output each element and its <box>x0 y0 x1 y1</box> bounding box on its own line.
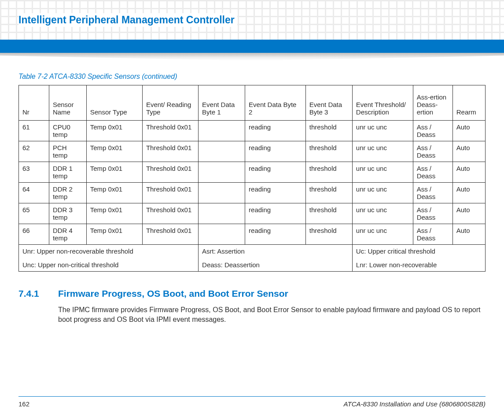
cell-type: Temp 0x01 <box>86 162 142 183</box>
cell-desc: unr uc unc <box>352 203 413 224</box>
th-byte3: Event Data Byte 3 <box>305 85 352 121</box>
th-assertion: Ass-ertion Deass-ertion <box>413 85 452 121</box>
cell-nr: 62 <box>19 141 49 162</box>
cell-type: Temp 0x01 <box>86 224 142 245</box>
cell-ert: Threshold 0x01 <box>142 203 198 224</box>
cell-ert: Threshold 0x01 <box>142 141 198 162</box>
th-byte2: Event Data Byte 2 <box>245 85 306 121</box>
cell-rearm: Auto <box>452 121 485 141</box>
table-caption: Table 7-2 ATCA-8330 Specific Sensors (co… <box>18 73 486 81</box>
table-row: 65DDR 3 tempTemp 0x01Threshold 0x01readi… <box>19 203 486 224</box>
table-row: 63DDR 1 tempTemp 0x01Threshold 0x01readi… <box>19 162 486 183</box>
cell-rearm: Auto <box>452 141 485 162</box>
header-blue-bar <box>0 40 504 53</box>
cell-ert: Threshold 0x01 <box>142 183 198 203</box>
cell-b3: threshold <box>305 203 352 224</box>
cell-nr: 64 <box>19 183 49 203</box>
cell-ass: Ass / Deass <box>413 162 452 183</box>
cell-nr: 63 <box>19 162 49 183</box>
cell-nr: 66 <box>19 224 49 245</box>
legend-cell-1: Unr: Upper non-recoverable threshold Unc… <box>19 245 199 272</box>
cell-desc: unr uc unc <box>352 121 413 141</box>
cell-b3: threshold <box>305 121 352 141</box>
cell-b1 <box>199 183 245 203</box>
page-footer: 162 ATCA-8330 Installation and Use (6806… <box>18 396 486 408</box>
legend-cell-2: Asrt: Assertion Deass: Deassertion <box>199 245 353 272</box>
cell-name: PCH temp <box>49 141 86 162</box>
cell-ass: Ass / Deass <box>413 183 452 203</box>
cell-b1 <box>199 224 245 245</box>
th-byte1: Event Data Byte 1 <box>199 85 245 121</box>
cell-b1 <box>199 141 245 162</box>
cell-b2: reading <box>245 224 306 245</box>
th-desc: Event Threshold/ Description <box>352 85 413 121</box>
page-content: Table 7-2 ATCA-8330 Specific Sensors (co… <box>18 73 486 324</box>
cell-desc: unr uc unc <box>352 183 413 203</box>
cell-desc: unr uc unc <box>352 162 413 183</box>
cell-b2: reading <box>245 121 306 141</box>
section-body-text: The IPMC firmware provides Firmware Prog… <box>58 305 486 324</box>
table-legend-row: Unr: Upper non-recoverable threshold Unc… <box>19 245 486 272</box>
th-rearm: Rearm <box>452 85 485 121</box>
cell-ass: Ass / Deass <box>413 224 452 245</box>
th-sensor-name: Sensor Name <box>49 85 86 121</box>
chapter-title: Intelligent Peripheral Management Contro… <box>18 13 237 27</box>
cell-type: Temp 0x01 <box>86 141 142 162</box>
table-row: 66DDR 4 tempTemp 0x01Threshold 0x01readi… <box>19 224 486 245</box>
cell-name: DDR 4 temp <box>49 224 86 245</box>
cell-name: CPU0 temp <box>49 121 86 141</box>
cell-type: Temp 0x01 <box>86 183 142 203</box>
table-body: 61CPU0 tempTemp 0x01Threshold 0x01readin… <box>19 121 486 245</box>
table-header-row: Nr Sensor Name Sensor Type Event/ Readin… <box>19 85 486 121</box>
cell-b3: threshold <box>305 224 352 245</box>
cell-name: DDR 3 temp <box>49 203 86 224</box>
cell-nr: 65 <box>19 203 49 224</box>
cell-rearm: Auto <box>452 224 485 245</box>
legend-cell-3: Uc: Upper critical threshold Lnr: Lower … <box>352 245 485 272</box>
cell-desc: unr uc unc <box>352 141 413 162</box>
cell-ert: Threshold 0x01 <box>142 224 198 245</box>
cell-b2: reading <box>245 141 306 162</box>
cell-b2: reading <box>245 183 306 203</box>
cell-b2: reading <box>245 203 306 224</box>
doc-id: ATCA-8330 Installation and Use (6806800S… <box>344 400 486 408</box>
sensor-table: Nr Sensor Name Sensor Type Event/ Readin… <box>18 85 486 272</box>
cell-nr: 61 <box>19 121 49 141</box>
cell-type: Temp 0x01 <box>86 121 142 141</box>
table-row: 62PCH tempTemp 0x01Threshold 0x01reading… <box>19 141 486 162</box>
cell-rearm: Auto <box>452 203 485 224</box>
page-number: 162 <box>18 400 29 408</box>
section-7-4-1: 7.4.1 Firmware Progress, OS Boot, and Bo… <box>18 288 486 324</box>
legend-lnr: Lnr: Lower non-recoverable <box>356 261 482 269</box>
table-row: 64DDR 2 tempTemp 0x01Threshold 0x01readi… <box>19 183 486 203</box>
cell-type: Temp 0x01 <box>86 203 142 224</box>
cell-ass: Ass / Deass <box>413 203 452 224</box>
cell-b1 <box>199 162 245 183</box>
th-event-reading-type: Event/ Reading Type <box>142 85 198 121</box>
cell-ass: Ass / Deass <box>413 121 452 141</box>
section-number: 7.4.1 <box>18 288 45 324</box>
legend-unc: Unc: Upper non-critical threshold <box>22 261 195 269</box>
cell-ass: Ass / Deass <box>413 141 452 162</box>
cell-ert: Threshold 0x01 <box>142 121 198 141</box>
section-title: Firmware Progress, OS Boot, and Boot Err… <box>58 288 486 299</box>
th-sensor-type: Sensor Type <box>86 85 142 121</box>
cell-name: DDR 2 temp <box>49 183 86 203</box>
cell-rearm: Auto <box>452 162 485 183</box>
header-shadow <box>0 53 504 61</box>
legend-deass: Deass: Deassertion <box>202 261 349 269</box>
cell-b2: reading <box>245 162 306 183</box>
cell-rearm: Auto <box>452 183 485 203</box>
cell-ert: Threshold 0x01 <box>142 162 198 183</box>
cell-b3: threshold <box>305 183 352 203</box>
cell-b3: threshold <box>305 162 352 183</box>
table-row: 61CPU0 tempTemp 0x01Threshold 0x01readin… <box>19 121 486 141</box>
cell-name: DDR 1 temp <box>49 162 86 183</box>
cell-desc: unr uc unc <box>352 224 413 245</box>
cell-b3: threshold <box>305 141 352 162</box>
th-nr: Nr <box>19 85 49 121</box>
cell-b1 <box>199 203 245 224</box>
legend-asrt: Asrt: Assertion <box>202 247 349 255</box>
cell-b1 <box>199 121 245 141</box>
legend-uc: Uc: Upper critical threshold <box>356 247 482 255</box>
